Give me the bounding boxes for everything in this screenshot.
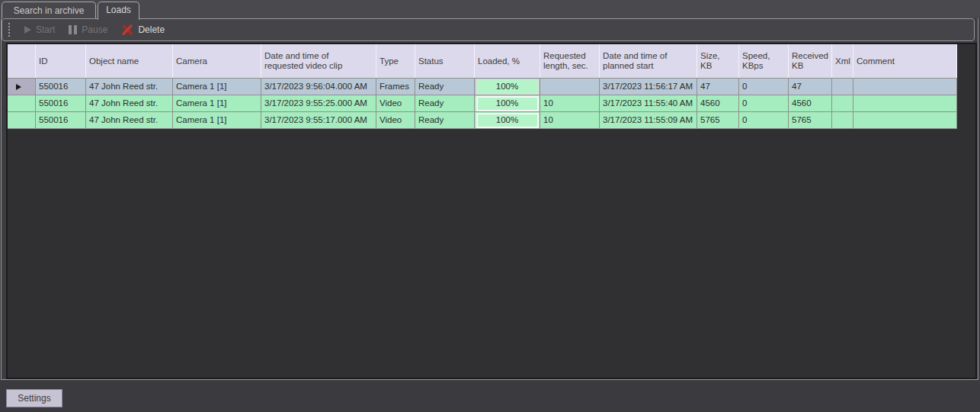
cell-comment[interactable]	[853, 112, 957, 129]
cell-id[interactable]: 550016	[36, 112, 86, 129]
pause-button-label: Pause	[82, 24, 107, 35]
play-icon	[24, 26, 31, 34]
cell-planned-start[interactable]: 3/17/2023 11:56:17 AM	[600, 79, 697, 95]
column-header-comment[interactable]: Comment	[853, 44, 957, 78]
tab-loads[interactable]: Loads	[98, 2, 139, 20]
loads-tab-page: Start Pause Delete ID Object name Camera…	[0, 18, 980, 381]
tab-strip: Search in archive Loads	[0, 0, 980, 18]
cell-id[interactable]: 550016	[36, 95, 86, 112]
cell-size-kb[interactable]: 5765	[697, 112, 739, 129]
tab-search-in-archive[interactable]: Search in archive	[2, 2, 96, 18]
loads-grid: ID Object name Camera Date and time of r…	[6, 43, 977, 379]
row-indicator-cell[interactable]	[8, 112, 36, 129]
cell-status[interactable]: Ready	[415, 112, 475, 129]
cell-status[interactable]: Ready	[415, 79, 475, 95]
loads-window: { "tabs": [ { "label": "Search in archiv…	[0, 0, 980, 412]
column-header-requested-clip-time[interactable]: Date and time of requested video clip	[261, 44, 376, 78]
pause-icon	[69, 25, 77, 34]
loads-toolbar: Start Pause Delete	[2, 18, 975, 41]
column-header-row-indicator[interactable]	[8, 44, 36, 78]
table-row[interactable]: 550016 47 John Reed str. Camera 1 [1] 3/…	[8, 95, 957, 112]
cell-received-kb[interactable]: 4560	[789, 95, 832, 112]
table-row[interactable]: 550016 47 John Reed str. Camera 1 [1] 3/…	[8, 112, 957, 129]
cell-planned-start[interactable]: 3/17/2023 11:55:40 AM	[600, 95, 697, 112]
column-header-loaded-pct[interactable]: Loaded, %	[475, 44, 540, 78]
cell-id[interactable]: 550016	[36, 79, 86, 95]
row-indicator-cell[interactable]	[8, 95, 36, 112]
delete-button-label: Delete	[138, 24, 165, 35]
cell-received-kb[interactable]: 47	[789, 79, 832, 95]
current-row-arrow-icon	[16, 84, 21, 90]
progress-bar: 100%	[476, 79, 539, 95]
cell-type[interactable]: Frames	[376, 79, 415, 95]
cell-speed-kbps[interactable]: 0	[739, 112, 789, 129]
pause-button[interactable]: Pause	[62, 21, 114, 39]
progress-bar: 100%	[476, 96, 539, 111]
column-header-camera[interactable]: Camera	[173, 44, 261, 78]
cell-requested-clip-time[interactable]: 3/17/2023 9:55:25.000 AM	[261, 95, 376, 112]
cell-comment[interactable]	[853, 95, 957, 112]
cell-xml[interactable]	[832, 79, 853, 95]
column-header-planned-start[interactable]: Date and time of planned start	[600, 44, 697, 78]
toolbar-grip-handle[interactable]	[8, 23, 10, 37]
cell-status[interactable]: Ready	[415, 95, 475, 112]
column-header-size-kb[interactable]: Size, KB	[697, 44, 739, 78]
column-header-type[interactable]: Type	[376, 44, 415, 78]
cell-type[interactable]: Video	[376, 112, 415, 129]
column-header-xml[interactable]: Xml	[832, 44, 853, 78]
cell-requested-length[interactable]: 10	[540, 112, 600, 129]
column-header-status[interactable]: Status	[415, 44, 475, 78]
cell-received-kb[interactable]: 5765	[789, 112, 832, 129]
start-button-label: Start	[36, 24, 55, 35]
cell-loaded-pct[interactable]: 100%	[475, 112, 540, 129]
row-indicator-cell[interactable]	[8, 79, 36, 95]
cell-speed-kbps[interactable]: 0	[739, 79, 789, 95]
cell-loaded-pct[interactable]: 100%	[475, 79, 540, 95]
cell-requested-length[interactable]: 10	[540, 95, 600, 112]
start-button[interactable]: Start	[18, 21, 62, 39]
cell-loaded-pct[interactable]: 100%	[475, 95, 540, 112]
footer-bar: Settings	[0, 381, 980, 412]
cell-requested-clip-time[interactable]: 3/17/2023 9:56:04.000 AM	[261, 79, 376, 95]
column-header-received-kb[interactable]: Received KB	[789, 44, 832, 78]
column-header-speed-kbps[interactable]: Speed, KBps	[739, 44, 789, 78]
cell-size-kb[interactable]: 47	[697, 79, 739, 95]
cell-comment[interactable]	[853, 79, 957, 95]
cell-xml[interactable]	[832, 112, 853, 129]
cell-size-kb[interactable]: 4560	[697, 95, 739, 112]
grid-header-row: ID Object name Camera Date and time of r…	[8, 44, 957, 79]
settings-button[interactable]: Settings	[6, 389, 62, 407]
cell-type[interactable]: Video	[376, 95, 415, 112]
cell-planned-start[interactable]: 3/17/2023 11:55:09 AM	[600, 112, 697, 129]
cell-object-name[interactable]: 47 John Reed str.	[86, 79, 173, 95]
column-header-object-name[interactable]: Object name	[86, 44, 173, 78]
cell-speed-kbps[interactable]: 0	[739, 95, 789, 112]
delete-x-icon	[121, 24, 133, 36]
cell-object-name[interactable]: 47 John Reed str.	[86, 112, 173, 129]
progress-bar: 100%	[476, 113, 539, 128]
cell-xml[interactable]	[832, 95, 853, 112]
delete-button[interactable]: Delete	[114, 21, 171, 39]
cell-object-name[interactable]: 47 John Reed str.	[86, 95, 173, 112]
table-row[interactable]: 550016 47 John Reed str. Camera 1 [1] 3/…	[8, 79, 957, 95]
cell-requested-length[interactable]	[540, 79, 600, 95]
cell-camera[interactable]: Camera 1 [1]	[173, 95, 261, 112]
column-header-id[interactable]: ID	[36, 44, 86, 78]
column-header-requested-length[interactable]: Requested length, sec.	[540, 44, 600, 78]
cell-camera[interactable]: Camera 1 [1]	[173, 79, 261, 95]
cell-requested-clip-time[interactable]: 3/17/2023 9:55:17.000 AM	[261, 112, 376, 129]
cell-camera[interactable]: Camera 1 [1]	[173, 112, 261, 129]
